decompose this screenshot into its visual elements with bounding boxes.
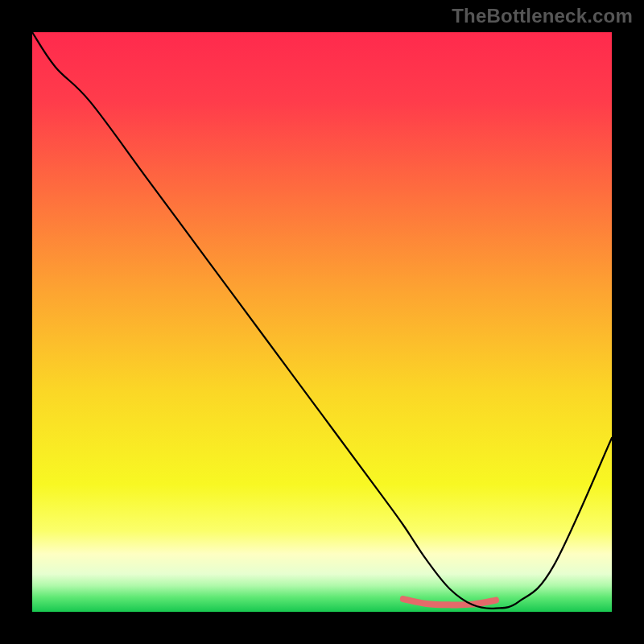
chart-frame: TheBottleneck.com — [0, 0, 644, 644]
bottleneck-curve — [32, 32, 612, 612]
watermark-text: TheBottleneck.com — [452, 5, 633, 27]
plot-area — [32, 32, 612, 612]
